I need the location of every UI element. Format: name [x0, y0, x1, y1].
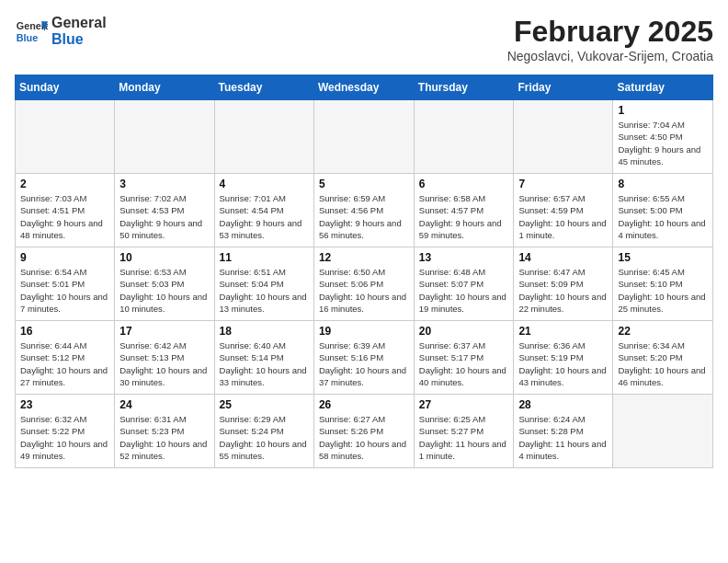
day-number: 28	[518, 398, 608, 411]
calendar-cell: 26Sunrise: 6:27 AM Sunset: 5:26 PM Dayli…	[313, 395, 414, 468]
calendar-cell: 17Sunrise: 6:42 AM Sunset: 5:13 PM Dayli…	[115, 321, 214, 395]
calendar-cell: 10Sunrise: 6:53 AM Sunset: 5:03 PM Dayli…	[115, 247, 214, 321]
day-info: Sunrise: 6:47 AM Sunset: 5:09 PM Dayligh…	[518, 266, 608, 315]
calendar-cell: 1Sunrise: 7:04 AM Sunset: 4:50 PM Daylig…	[613, 100, 713, 174]
week-row-1: 1Sunrise: 7:04 AM Sunset: 4:50 PM Daylig…	[16, 100, 713, 174]
calendar-cell: 24Sunrise: 6:31 AM Sunset: 5:23 PM Dayli…	[115, 395, 214, 468]
day-info: Sunrise: 6:53 AM Sunset: 5:03 PM Dayligh…	[119, 266, 209, 315]
calendar-cell: 2Sunrise: 7:03 AM Sunset: 4:51 PM Daylig…	[16, 174, 115, 247]
day-info: Sunrise: 7:03 AM Sunset: 4:51 PM Dayligh…	[20, 192, 109, 241]
calendar-cell: 28Sunrise: 6:24 AM Sunset: 5:28 PM Dayli…	[514, 395, 613, 468]
weekday-header-wednesday: Wednesday	[313, 75, 414, 100]
title-block: February 2025 Negoslavci, Vukovar-Srijem…	[507, 15, 713, 63]
month-year: February 2025	[507, 15, 713, 49]
calendar-cell	[514, 100, 613, 174]
day-info: Sunrise: 6:55 AM Sunset: 5:00 PM Dayligh…	[618, 192, 708, 241]
day-info: Sunrise: 6:31 AM Sunset: 5:23 PM Dayligh…	[119, 413, 209, 462]
day-info: Sunrise: 6:29 AM Sunset: 5:24 PM Dayligh…	[220, 413, 309, 462]
day-number: 7	[518, 178, 608, 190]
calendar-cell: 22Sunrise: 6:34 AM Sunset: 5:20 PM Dayli…	[613, 321, 713, 395]
day-info: Sunrise: 6:24 AM Sunset: 5:28 PM Dayligh…	[518, 413, 608, 462]
day-info: Sunrise: 6:50 AM Sunset: 5:06 PM Dayligh…	[319, 266, 409, 315]
day-number: 9	[20, 251, 109, 264]
day-number: 8	[618, 178, 708, 190]
day-number: 1	[618, 104, 708, 117]
day-number: 25	[220, 398, 309, 411]
calendar-cell	[613, 395, 713, 468]
day-info: Sunrise: 6:45 AM Sunset: 5:10 PM Dayligh…	[618, 266, 708, 315]
calendar-cell: 21Sunrise: 6:36 AM Sunset: 5:19 PM Dayli…	[514, 321, 613, 395]
week-row-3: 9Sunrise: 6:54 AM Sunset: 5:01 PM Daylig…	[16, 247, 713, 321]
day-info: Sunrise: 6:54 AM Sunset: 5:01 PM Dayligh…	[20, 266, 109, 315]
day-info: Sunrise: 6:44 AM Sunset: 5:12 PM Dayligh…	[20, 339, 109, 388]
day-number: 26	[319, 398, 409, 411]
day-info: Sunrise: 6:58 AM Sunset: 4:57 PM Dayligh…	[419, 192, 509, 241]
day-info: Sunrise: 6:40 AM Sunset: 5:14 PM Dayligh…	[220, 339, 309, 388]
weekday-header-sunday: Sunday	[16, 75, 115, 100]
calendar-cell	[214, 100, 313, 174]
week-row-5: 23Sunrise: 6:32 AM Sunset: 5:22 PM Dayli…	[16, 395, 713, 468]
calendar-cell: 25Sunrise: 6:29 AM Sunset: 5:24 PM Dayli…	[214, 395, 313, 468]
calendar-cell: 11Sunrise: 6:51 AM Sunset: 5:04 PM Dayli…	[214, 247, 313, 321]
logo-general-text: General	[51, 15, 107, 31]
day-number: 10	[119, 251, 209, 264]
day-info: Sunrise: 6:39 AM Sunset: 5:16 PM Dayligh…	[319, 339, 409, 388]
calendar-cell: 15Sunrise: 6:45 AM Sunset: 5:10 PM Dayli…	[613, 247, 713, 321]
location: Negoslavci, Vukovar-Srijem, Croatia	[507, 49, 713, 63]
page-header: General Blue General Blue February 2025 …	[15, 15, 713, 63]
calendar-cell	[313, 100, 414, 174]
calendar-cell: 16Sunrise: 6:44 AM Sunset: 5:12 PM Dayli…	[16, 321, 115, 395]
logo-icon: General Blue	[15, 15, 48, 48]
weekday-header-saturday: Saturday	[613, 75, 713, 100]
day-number: 2	[20, 178, 109, 190]
day-info: Sunrise: 6:37 AM Sunset: 5:17 PM Dayligh…	[419, 339, 509, 388]
day-info: Sunrise: 7:02 AM Sunset: 4:53 PM Dayligh…	[119, 192, 209, 241]
calendar-cell: 20Sunrise: 6:37 AM Sunset: 5:17 PM Dayli…	[414, 321, 514, 395]
day-number: 15	[618, 251, 708, 264]
day-info: Sunrise: 6:27 AM Sunset: 5:26 PM Dayligh…	[319, 413, 409, 462]
calendar-cell: 7Sunrise: 6:57 AM Sunset: 4:59 PM Daylig…	[514, 174, 613, 247]
day-info: Sunrise: 6:59 AM Sunset: 4:56 PM Dayligh…	[319, 192, 409, 241]
day-number: 13	[419, 251, 509, 264]
weekday-header-monday: Monday	[115, 75, 214, 100]
day-number: 6	[419, 178, 509, 190]
day-info: Sunrise: 6:32 AM Sunset: 5:22 PM Dayligh…	[20, 413, 109, 462]
calendar-cell: 27Sunrise: 6:25 AM Sunset: 5:27 PM Dayli…	[414, 395, 514, 468]
weekday-header-thursday: Thursday	[414, 75, 514, 100]
calendar-cell: 23Sunrise: 6:32 AM Sunset: 5:22 PM Dayli…	[16, 395, 115, 468]
calendar-cell: 3Sunrise: 7:02 AM Sunset: 4:53 PM Daylig…	[115, 174, 214, 247]
week-row-2: 2Sunrise: 7:03 AM Sunset: 4:51 PM Daylig…	[16, 174, 713, 247]
day-info: Sunrise: 6:48 AM Sunset: 5:07 PM Dayligh…	[419, 266, 509, 315]
calendar-table: SundayMondayTuesdayWednesdayThursdayFrid…	[15, 75, 713, 468]
day-info: Sunrise: 6:51 AM Sunset: 5:04 PM Dayligh…	[220, 266, 309, 315]
week-row-4: 16Sunrise: 6:44 AM Sunset: 5:12 PM Dayli…	[16, 321, 713, 395]
day-number: 22	[618, 325, 708, 338]
calendar-cell: 18Sunrise: 6:40 AM Sunset: 5:14 PM Dayli…	[214, 321, 313, 395]
weekday-header-tuesday: Tuesday	[214, 75, 313, 100]
calendar-cell: 8Sunrise: 6:55 AM Sunset: 5:00 PM Daylig…	[613, 174, 713, 247]
day-number: 24	[119, 398, 209, 411]
calendar-cell: 14Sunrise: 6:47 AM Sunset: 5:09 PM Dayli…	[514, 247, 613, 321]
day-info: Sunrise: 6:34 AM Sunset: 5:20 PM Dayligh…	[618, 339, 708, 388]
day-info: Sunrise: 6:57 AM Sunset: 4:59 PM Dayligh…	[518, 192, 608, 241]
day-number: 17	[119, 325, 209, 338]
day-info: Sunrise: 6:42 AM Sunset: 5:13 PM Dayligh…	[119, 339, 209, 388]
day-info: Sunrise: 6:36 AM Sunset: 5:19 PM Dayligh…	[518, 339, 608, 388]
calendar-cell: 4Sunrise: 7:01 AM Sunset: 4:54 PM Daylig…	[214, 174, 313, 247]
day-number: 18	[220, 325, 309, 338]
svg-text:Blue: Blue	[17, 32, 38, 43]
day-info: Sunrise: 7:04 AM Sunset: 4:50 PM Dayligh…	[618, 119, 708, 167]
calendar-cell: 19Sunrise: 6:39 AM Sunset: 5:16 PM Dayli…	[313, 321, 414, 395]
day-number: 23	[20, 398, 109, 411]
calendar-cell: 13Sunrise: 6:48 AM Sunset: 5:07 PM Dayli…	[414, 247, 514, 321]
day-number: 19	[319, 325, 409, 338]
day-number: 14	[518, 251, 608, 264]
day-number: 4	[220, 178, 309, 190]
day-number: 16	[20, 325, 109, 338]
day-number: 20	[419, 325, 509, 338]
day-number: 27	[419, 398, 509, 411]
day-number: 12	[319, 251, 409, 264]
calendar-cell	[115, 100, 214, 174]
day-info: Sunrise: 6:25 AM Sunset: 5:27 PM Dayligh…	[419, 413, 509, 462]
calendar-cell: 5Sunrise: 6:59 AM Sunset: 4:56 PM Daylig…	[313, 174, 414, 247]
